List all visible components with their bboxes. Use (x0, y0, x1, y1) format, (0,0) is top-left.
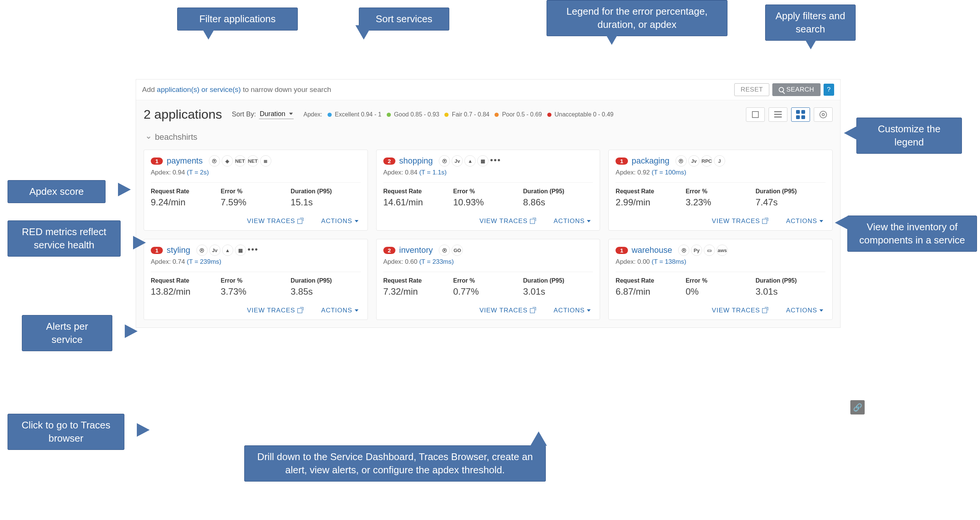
view-traces-link[interactable]: VIEW TRACES (479, 307, 535, 314)
help-button[interactable]: ? (824, 84, 834, 96)
service-card: 2shopping⦿Jv▲▦•••Apdex: 0.84 (T = 1.1s)R… (376, 149, 600, 231)
service-name-link[interactable]: shopping (399, 156, 433, 166)
share-link-button[interactable]: 🔗 (850, 400, 865, 415)
metric-request-rate: Request Rate6.87/min (616, 277, 686, 297)
component-chip-icon[interactable]: ⦿ (439, 155, 450, 167)
callout-custom-legend: Customize the legend (856, 118, 962, 154)
actions-dropdown[interactable]: ACTIONS (786, 218, 823, 225)
external-link-icon (762, 308, 767, 313)
callout-filters-search: Apply filters and search (765, 5, 856, 41)
component-chip-icon[interactable]: ⦿ (439, 245, 450, 256)
alert-count-badge[interactable]: 1 (151, 247, 163, 254)
component-chip-icon[interactable]: NET (247, 155, 259, 167)
service-card: 1warehouse⦿Py▭awsApdex: 0.00 (T = 138ms)… (608, 239, 833, 320)
view-traces-link[interactable]: VIEW TRACES (247, 218, 302, 225)
metric-error-pct: Error %0.77% (453, 277, 523, 297)
service-name-link[interactable]: warehouse (632, 245, 673, 255)
apdex-line: Apdex: 0.60 (T = 233ms) (383, 258, 593, 266)
metric-duration-p95: Duration (P95)3.01s (523, 277, 593, 297)
more-components-icon[interactable]: ••• (248, 245, 259, 256)
component-chip-icon[interactable]: J (714, 155, 725, 167)
legend-dot-icon (495, 113, 499, 117)
component-chip-icon[interactable]: ≣ (260, 155, 271, 167)
more-components-icon[interactable]: ••• (490, 155, 501, 167)
alert-count-badge[interactable]: 2 (383, 157, 395, 165)
legend-settings-button[interactable] (814, 107, 833, 122)
actions-dropdown[interactable]: ACTIONS (554, 307, 591, 314)
service-name-link[interactable]: styling (167, 245, 190, 255)
apdex-threshold[interactable]: (T = 239ms) (186, 258, 221, 265)
apdex-threshold[interactable]: (T = 2s) (186, 169, 209, 176)
metric-error-pct: Error %3.73% (221, 277, 291, 297)
actions-dropdown[interactable]: ACTIONS (554, 218, 591, 225)
application-count: 2 applications (143, 107, 222, 122)
component-chip-icon[interactable]: Jv (688, 155, 700, 167)
alert-count-badge[interactable]: 1 (151, 157, 163, 165)
component-chip-icon[interactable]: ▦ (477, 155, 488, 167)
actions-dropdown[interactable]: ACTIONS (786, 307, 823, 314)
component-chip-icon[interactable]: ▦ (235, 245, 246, 256)
component-inventory: ⦿Jv▲▦••• (439, 155, 501, 167)
component-inventory: ⦿GO (439, 245, 463, 256)
metric-duration-p95: Duration (P95)7.47s (756, 188, 826, 208)
component-chip-icon[interactable]: ▲ (465, 155, 476, 167)
component-chip-icon[interactable]: ▲ (222, 245, 233, 256)
group-toggle[interactable]: beachshirts (145, 132, 831, 142)
apdex-threshold[interactable]: (T = 233ms) (419, 258, 454, 265)
component-chip-icon[interactable]: Jv (209, 245, 221, 256)
sort-select[interactable]: Duration (259, 110, 294, 119)
component-chip-icon[interactable]: Py (691, 245, 702, 256)
search-button[interactable]: SEARCH (772, 83, 821, 96)
apdex-threshold[interactable]: (T = 1.1s) (419, 169, 447, 176)
component-chip-icon[interactable]: ⦿ (675, 155, 687, 167)
component-chip-icon[interactable]: GO (452, 245, 463, 256)
view-traces-link[interactable]: VIEW TRACES (247, 307, 302, 314)
component-chip-icon[interactable]: NET (234, 155, 246, 167)
alert-count-badge[interactable]: 1 (616, 247, 628, 254)
view-traces-link[interactable]: VIEW TRACES (712, 218, 767, 225)
alert-count-badge[interactable]: 1 (616, 157, 628, 165)
component-chip-icon[interactable]: ▭ (704, 245, 715, 256)
component-chip-icon[interactable]: ⦿ (196, 245, 208, 256)
view-expand-button[interactable] (746, 107, 765, 122)
external-link-icon (298, 219, 302, 224)
component-chip-icon[interactable]: Jv (452, 155, 463, 167)
service-name-link[interactable]: payments (167, 156, 202, 166)
service-name-link[interactable]: inventory (399, 245, 433, 255)
apdex-legend: Apdex: Excellent 0.94 - 1 Good 0.85 - 0.… (304, 111, 619, 118)
component-chip-icon[interactable]: ⦿ (209, 155, 220, 167)
external-link-icon (298, 308, 302, 313)
component-chip-icon[interactable]: aws (716, 245, 728, 256)
service-name-link[interactable]: packaging (632, 156, 670, 166)
metric-request-rate: Request Rate13.82/min (151, 277, 221, 297)
view-traces-link[interactable]: VIEW TRACES (712, 307, 767, 314)
search-icon (779, 87, 784, 92)
legend-item: Excellent 0.94 - 1 (328, 111, 382, 118)
component-chip-icon[interactable]: RPC (701, 155, 713, 167)
app-inventory-panel: Add application(s) or service(s) to narr… (136, 79, 840, 328)
metric-duration-p95: Duration (P95)8.86s (523, 188, 593, 208)
view-list-button[interactable] (768, 107, 788, 122)
view-traces-link[interactable]: VIEW TRACES (479, 218, 535, 225)
alert-count-badge[interactable]: 2 (383, 247, 395, 254)
search-hint[interactable]: Add application(s) or service(s) to narr… (142, 86, 734, 94)
apdex-threshold[interactable]: (T = 138ms) (652, 258, 686, 265)
callout-drill-down: Drill down to the Service Dashboard, Tra… (244, 445, 546, 482)
view-grid-button[interactable] (791, 107, 810, 122)
service-card: 1styling⦿Jv▲▦•••Apdex: 0.74 (T = 239ms)R… (143, 239, 368, 320)
actions-dropdown[interactable]: ACTIONS (321, 307, 358, 314)
chevron-down-icon (355, 220, 358, 222)
legend-item: Poor 0.5 - 0.69 (495, 111, 542, 118)
component-chip-icon[interactable]: ⦿ (678, 245, 689, 256)
callout-sort-services: Sort services (359, 8, 449, 30)
component-inventory: ⦿◈NETNET≣ (209, 155, 271, 167)
actions-dropdown[interactable]: ACTIONS (321, 218, 358, 225)
apdex-threshold[interactable]: (T = 100ms) (652, 169, 686, 176)
search-hint-link[interactable]: application(s) or service(s) (157, 86, 241, 94)
service-card-grid: 1payments⦿◈NETNET≣Apdex: 0.94 (T = 2s)Re… (143, 149, 833, 320)
legend-dot-icon (328, 113, 332, 117)
grid-icon (796, 110, 805, 119)
component-chip-icon[interactable]: ◈ (222, 155, 233, 167)
callout-view-inventory: View the inventory of components in a se… (847, 216, 977, 252)
reset-button[interactable]: RESET (734, 83, 769, 96)
